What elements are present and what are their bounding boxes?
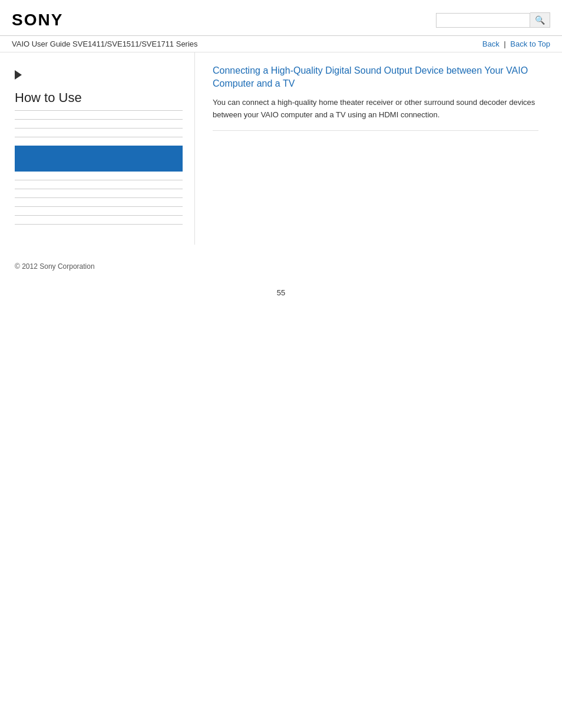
footer-copyright: © 2012 Sony Corporation [0,245,562,276]
sidebar-divider-3 [15,137,183,137]
sidebar-divider-9 [15,224,183,225]
back-to-top-link[interactable]: Back to Top [510,39,550,48]
sidebar-highlight-block[interactable] [15,146,183,172]
sidebar-divider-8 [15,215,183,216]
guide-title: VAIO User Guide SVE1411/SVE1511/SVE1711 … [12,39,198,48]
nav-separator: | [504,39,508,48]
search-button[interactable]: 🔍 [530,12,550,28]
sidebar: How to Use [12,52,194,245]
header: SONY 🔍 [0,0,562,36]
search-input[interactable] [436,13,530,28]
article-title-link[interactable]: Connecting a High-Quality Digital Sound … [213,64,538,91]
search-box: 🔍 [436,12,550,28]
sidebar-divider-2 [15,128,183,129]
section-title: How to Use [15,90,183,111]
nav-bar: VAIO User Guide SVE1411/SVE1511/SVE1711 … [0,36,562,52]
nav-links: Back | Back to Top [482,39,550,48]
sidebar-divider-7 [15,206,183,207]
page-number: 55 [0,276,562,303]
back-link[interactable]: Back [482,39,500,48]
sidebar-divider-5 [15,189,183,189]
search-icon: 🔍 [535,15,545,25]
content-area: Connecting a High-Quality Digital Sound … [194,52,550,245]
sidebar-divider-6 [15,197,183,198]
sidebar-divider-4 [15,180,183,180]
article-description: You can connect a high-quality home thea… [213,97,538,131]
main-content: How to Use Connecting a High-Quality Dig… [0,52,562,245]
chevron-right-icon [15,70,22,80]
sony-logo: SONY [12,11,63,29]
sidebar-divider-1 [15,119,183,120]
